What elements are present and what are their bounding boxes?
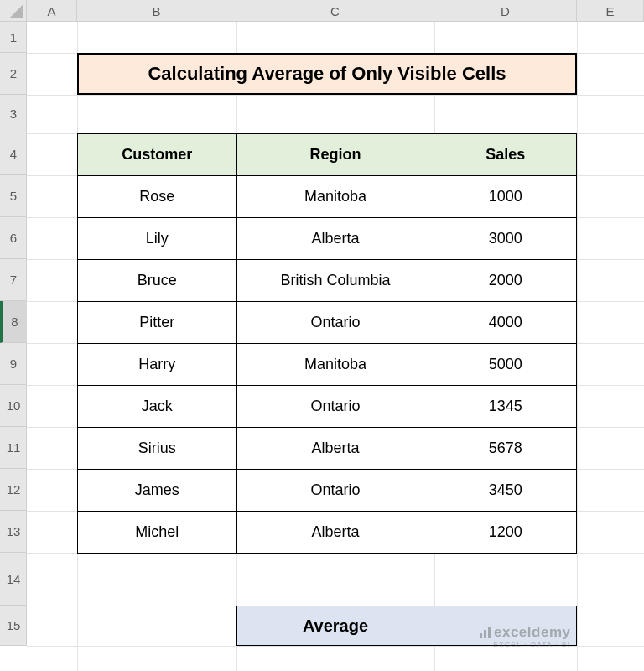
col-header-B[interactable]: B [77,0,236,22]
table-row: RoseManitoba1000 [78,176,577,218]
cell-region[interactable]: Ontario [236,302,434,344]
row-header-13[interactable]: 13 [0,511,27,553]
row-header-11[interactable]: 11 [0,427,27,469]
cell-customer[interactable]: Sirius [78,428,237,470]
cell-region[interactable]: Alberta [236,512,434,554]
data-table: Customer Region Sales RoseManitoba1000Li… [77,133,577,554]
row-header-3[interactable]: 3 [0,95,27,133]
cell-region[interactable]: Alberta [236,428,434,470]
row-header-10[interactable]: 10 [0,385,27,427]
average-row: Average [236,606,577,646]
col-header-C[interactable]: C [236,0,434,22]
table-row: SiriusAlberta5678 [78,428,577,470]
cell-customer[interactable]: Jack [78,386,237,428]
row-header-14[interactable]: 14 [0,553,27,606]
row-header-15[interactable]: 15 [0,606,27,646]
cell-customer[interactable]: Michel [78,512,237,554]
header-region[interactable]: Region [236,134,434,176]
cell-sales[interactable]: 1345 [434,386,577,428]
cell-sales[interactable]: 2000 [434,260,577,302]
row-header-5[interactable]: 5 [0,175,27,217]
row-header-1[interactable]: 1 [0,22,27,53]
cell-sales[interactable]: 1200 [434,512,577,554]
table-row: PitterOntario4000 [78,302,577,344]
cell-customer[interactable]: Lily [78,218,237,260]
cell-sales[interactable]: 4000 [434,302,577,344]
cell-customer[interactable]: James [78,470,237,512]
row-header-2[interactable]: 2 [0,53,27,95]
cell-sales[interactable]: 5678 [434,428,577,470]
row-header-12[interactable]: 12 [0,469,27,511]
average-value-cell[interactable] [434,606,577,646]
cell-region[interactable]: Manitoba [236,344,434,386]
cell-customer[interactable]: Harry [78,344,237,386]
col-header-E[interactable]: E [577,0,644,22]
table-row: HarryManitoba5000 [78,344,577,386]
row-headers: 123456789101112131415 [0,22,27,646]
table-row: BruceBritish Columbia2000 [78,260,577,302]
row-header-8[interactable]: 8 [0,301,27,343]
table-row: JackOntario1345 [78,386,577,428]
cell-sales[interactable]: 5000 [434,344,577,386]
row-header-4[interactable]: 4 [0,133,27,175]
col-header-D[interactable]: D [434,0,577,22]
row-header-6[interactable]: 6 [0,217,27,259]
svg-marker-0 [10,5,23,18]
cell-sales[interactable]: 3000 [434,218,577,260]
cell-region[interactable]: Manitoba [236,176,434,218]
cell-customer[interactable]: Bruce [78,260,237,302]
col-header-A[interactable]: A [27,0,77,22]
cell-grid[interactable]: Calculating Average of Only Visible Cell… [27,22,644,671]
column-headers: A B C D E [27,0,644,22]
select-all-corner[interactable] [0,0,27,22]
sheet-title: Calculating Average of Only Visible Cell… [77,53,577,95]
cell-customer[interactable]: Rose [78,176,237,218]
cell-region[interactable]: British Columbia [236,260,434,302]
row-header-7[interactable]: 7 [0,259,27,301]
cell-customer[interactable]: Pitter [78,302,237,344]
average-label-cell[interactable]: Average [236,606,434,646]
table-row: MichelAlberta1200 [78,512,577,554]
table-row: JamesOntario3450 [78,470,577,512]
cell-region[interactable]: Ontario [236,386,434,428]
cell-region[interactable]: Ontario [236,470,434,512]
average-label: Average [303,616,368,636]
cell-sales[interactable]: 3450 [434,470,577,512]
header-customer[interactable]: Customer [78,134,237,176]
cell-sales[interactable]: 1000 [434,176,577,218]
table-row: LilyAlberta3000 [78,218,577,260]
sheet-title-text: Calculating Average of Only Visible Cell… [148,63,506,85]
row-header-9[interactable]: 9 [0,343,27,385]
spreadsheet: A B C D E 123456789101112131415 Calculat… [0,0,644,671]
cell-region[interactable]: Alberta [236,218,434,260]
header-sales[interactable]: Sales [434,134,577,176]
